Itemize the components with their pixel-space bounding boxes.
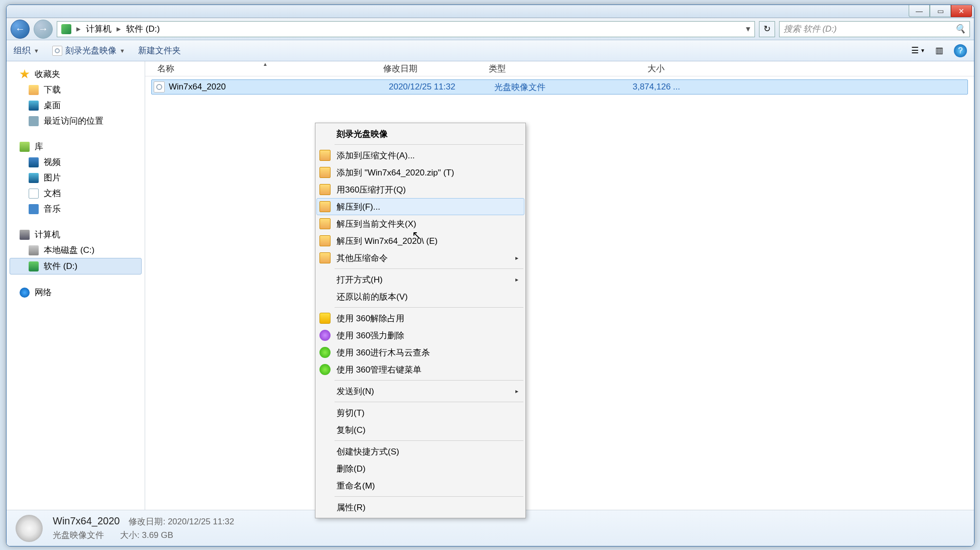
breadcrumb-computer[interactable]: 计算机 — [86, 23, 112, 35]
search-icon: 🔍 — [955, 24, 965, 34]
organize-button[interactable]: 组织▼ — [14, 45, 39, 56]
ctx-send-to[interactable]: 发送到(N)▸ — [316, 383, 524, 400]
360-icon — [319, 364, 331, 375]
submenu-arrow-icon: ▸ — [515, 276, 518, 283]
ctx-360-force-delete[interactable]: 使用 360强力删除 — [316, 327, 524, 344]
separator — [335, 380, 523, 381]
dropdown-icon[interactable]: ▾ — [746, 24, 750, 34]
submenu-arrow-icon: ▸ — [515, 388, 518, 395]
chevron-down-icon: ▼ — [120, 48, 125, 54]
ctx-other-zip[interactable]: 其他压缩命令▸ — [316, 249, 524, 266]
archive-icon — [319, 167, 331, 178]
sidebar-drive-d[interactable]: 软件 (D:) — [10, 258, 142, 274]
minimize-button[interactable]: — — [909, 5, 930, 17]
sidebar-recent[interactable]: 最近访问的位置 — [7, 113, 145, 129]
sidebar-computer-header[interactable]: 计算机 — [7, 227, 145, 242]
ctx-burn-image[interactable]: 刻录光盘映像 — [316, 125, 524, 142]
ctx-properties[interactable]: 属性(R) — [316, 499, 524, 516]
file-type: 光盘映像文件 — [494, 81, 600, 93]
maximize-button[interactable]: ▭ — [930, 5, 951, 17]
sidebar-drive-c[interactable]: 本地磁盘 (C:) — [7, 242, 145, 258]
360-icon — [319, 347, 331, 358]
separator — [335, 440, 523, 441]
ctx-delete[interactable]: 删除(D) — [316, 460, 524, 477]
archive-icon — [319, 201, 331, 212]
back-button[interactable]: ← — [11, 20, 30, 39]
chevron-right-icon: ▸ — [117, 24, 121, 34]
ctx-restore-previous[interactable]: 还原以前的版本(V) — [316, 288, 524, 305]
file-size: 3,874,126 ... — [600, 82, 680, 92]
recent-icon — [29, 116, 39, 126]
separator — [335, 144, 523, 145]
ctx-add-archive[interactable]: 添加到压缩文件(A)... — [316, 147, 524, 164]
forward-button[interactable]: → — [34, 20, 53, 39]
breadcrumb-drive[interactable]: 软件 (D:) — [126, 23, 160, 35]
separator — [335, 268, 523, 269]
sidebar-music[interactable]: 音乐 — [7, 201, 145, 217]
ctx-open-with[interactable]: 打开方式(H)▸ — [316, 271, 524, 288]
search-input[interactable]: 搜索 软件 (D:) 🔍 — [779, 21, 970, 37]
titlebar: — ▭ ✕ — [7, 5, 974, 18]
360-icon — [319, 330, 331, 341]
ctx-add-zip[interactable]: 添加到 "Win7x64_2020.zip" (T) — [316, 164, 524, 181]
view-options-button[interactable]: ☰▼ — [912, 44, 925, 57]
video-icon — [29, 157, 39, 167]
column-type[interactable]: 类型 — [484, 63, 589, 74]
sidebar-libraries-header[interactable]: 库 — [7, 139, 145, 154]
library-icon — [20, 142, 30, 152]
help-button[interactable]: ? — [954, 44, 967, 57]
archive-icon — [319, 150, 331, 161]
ctx-360-right-menu[interactable]: 使用 360管理右键菜单 — [316, 361, 524, 378]
chevron-down-icon: ▼ — [34, 48, 39, 54]
refresh-button[interactable]: ↻ — [759, 21, 775, 37]
sidebar-documents[interactable]: 文档 — [7, 186, 145, 201]
sidebar-favorites-header[interactable]: 收藏夹 — [7, 66, 145, 82]
ctx-extract-here[interactable]: 解压到当前文件夹(X) — [316, 215, 524, 232]
ctx-copy[interactable]: 复制(C) — [316, 421, 524, 438]
ctx-cut[interactable]: 剪切(T) — [316, 404, 524, 421]
ctx-extract-to[interactable]: 解压到(F)... — [316, 198, 524, 215]
new-folder-button[interactable]: 新建文件夹 — [138, 45, 181, 56]
computer-icon — [20, 230, 30, 240]
toolbar: 组织▼ 刻录光盘映像▼ 新建文件夹 ☰▼ ▥ ? — [7, 40, 974, 61]
disc-icon — [52, 46, 62, 56]
ctx-create-shortcut[interactable]: 创建快捷方式(S) — [316, 443, 524, 460]
context-menu: 刻录光盘映像 添加到压缩文件(A)... 添加到 "Win7x64_2020.z… — [315, 123, 526, 518]
archive-icon — [319, 235, 331, 246]
archive-icon — [319, 252, 331, 263]
sidebar-desktop[interactable]: 桌面 — [7, 98, 145, 113]
sidebar-network-header[interactable]: 网络 — [7, 285, 145, 300]
file-row[interactable]: Win7x64_2020 2020/12/25 11:32 光盘映像文件 3,8… — [151, 79, 968, 95]
file-date: 2020/12/25 11:32 — [389, 82, 494, 92]
disc-image-icon — [16, 515, 43, 542]
separator — [335, 402, 523, 402]
archive-icon — [319, 218, 331, 229]
sidebar-pictures[interactable]: 图片 — [7, 170, 145, 186]
disk-icon — [29, 245, 39, 255]
separator — [335, 496, 523, 497]
ctx-360-unlock[interactable]: 使用 360解除占用 — [316, 310, 524, 327]
details-filename: Win7x64_2020 — [53, 515, 120, 527]
separator — [335, 307, 523, 308]
column-headers: 名称▲ 修改日期 类型 大小 — [145, 61, 974, 76]
sidebar-videos[interactable]: 视频 — [7, 154, 145, 170]
ctx-extract-folder[interactable]: 解压到 Win7x64_2020\ (E) — [316, 232, 524, 249]
sidebar-downloads[interactable]: 下载 — [7, 82, 145, 98]
picture-icon — [29, 173, 39, 183]
burn-image-button[interactable]: 刻录光盘映像▼ — [52, 45, 125, 56]
360-icon — [319, 313, 331, 324]
close-button[interactable]: ✕ — [951, 5, 972, 17]
column-date[interactable]: 修改日期 — [378, 63, 484, 74]
column-name[interactable]: 名称▲ — [152, 63, 378, 74]
desktop-icon — [29, 101, 39, 111]
music-icon — [29, 204, 39, 214]
search-placeholder: 搜索 软件 (D:) — [784, 23, 837, 35]
preview-pane-button[interactable]: ▥ — [933, 44, 946, 57]
ctx-rename[interactable]: 重命名(M) — [316, 477, 524, 494]
ctx-open-360zip[interactable]: 用360压缩打开(Q) — [316, 181, 524, 198]
submenu-arrow-icon: ▸ — [515, 254, 518, 261]
ctx-360-trojan-scan[interactable]: 使用 360进行木马云查杀 — [316, 344, 524, 361]
address-bar[interactable]: ▸ 计算机 ▸ 软件 (D:) ▾ — [57, 21, 755, 37]
column-size[interactable]: 大小 — [589, 63, 670, 74]
drive-icon — [61, 24, 71, 34]
